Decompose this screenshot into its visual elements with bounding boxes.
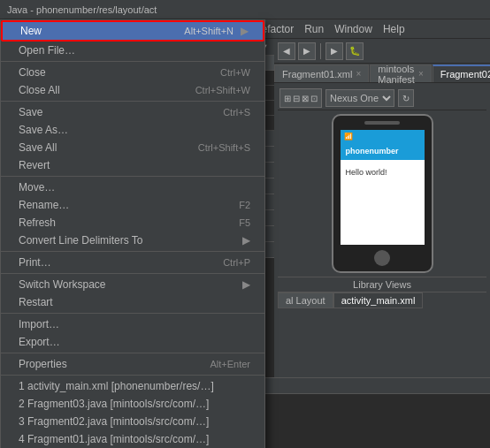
menu-file-revert[interactable]: Revert <box>1 156 264 174</box>
tab-mintools-manifest[interactable]: mintools Manifest × <box>370 65 431 82</box>
separator-6 <box>1 313 264 314</box>
menu-file-close-all[interactable]: Close All Ctrl+Shift+W <box>1 81 264 99</box>
menu-file-import[interactable]: Import… <box>1 315 264 333</box>
menu-file-rename[interactable]: Rename… F2 <box>1 196 264 214</box>
menu-file-print[interactable]: Print… Ctrl+P <box>1 254 264 271</box>
menu-run[interactable]: Run <box>299 19 329 39</box>
nexus-phone: 📶 phonenumber Hello world! <box>332 114 433 273</box>
toolbar-btn-run[interactable]: ▶ <box>325 42 343 60</box>
menu-help[interactable]: Help <box>378 19 410 39</box>
menu-file-export[interactable]: Export… <box>1 333 264 351</box>
device-zoom-controls: ⊞ ⊟ ⊠ ⊡ <box>279 88 322 108</box>
editor-tabs: Fragment01.xml × mintools Manifest × Fra… <box>274 64 490 83</box>
arrow-icon-3: ▶ <box>242 278 250 291</box>
menu-file-recent-4[interactable]: 4 Fragment01.java [mintools/src/com/…] <box>1 430 264 448</box>
layout-tabs: al Layout activity_main.xml <box>278 292 486 308</box>
menu-file-save-all[interactable]: Save All Ctrl+Shift+S <box>1 139 264 156</box>
separator-3 <box>1 176 264 177</box>
toolbar-sep <box>320 43 321 59</box>
library-views-label: Library Views <box>351 277 413 292</box>
toolbar-btn-fwd[interactable]: ▶ <box>298 42 316 60</box>
phone-screen: 📶 phonenumber Hello world! <box>341 130 425 245</box>
arrow-icon-2: ▶ <box>242 234 250 247</box>
tab-close-icon-2[interactable]: × <box>418 69 424 79</box>
menu-file-recent-3[interactable]: 3 Fragment02.java [mintools/src/com/…] <box>1 413 264 430</box>
phone-speaker <box>364 121 400 125</box>
tab-activity-main-xml[interactable]: activity_main.xml <box>333 292 424 308</box>
toolbar-btn-back[interactable]: ◀ <box>278 42 295 60</box>
menu-file-new[interactable]: New Alt+Shift+N ▶ <box>1 20 264 42</box>
phone-app-name: phonenumber <box>346 147 399 156</box>
separator-4 <box>1 251 264 252</box>
phone-status-bar: 📶 <box>341 130 425 142</box>
file-dropdown-menu: New Alt+Shift+N ▶ Open File… Close Ctrl+… <box>0 19 265 448</box>
menu-window[interactable]: Window <box>329 19 378 39</box>
phone-content: Hello world! <box>341 160 425 245</box>
ide-toolbar: ◀ ▶ ▶ 🐛 <box>274 39 490 64</box>
phone-home-btn <box>374 250 390 266</box>
menu-file-save[interactable]: Save Ctrl+S <box>1 103 264 121</box>
menu-file-open[interactable]: Open File… <box>1 42 264 59</box>
menu-file-save-as[interactable]: Save As… <box>1 121 264 139</box>
tab-fragment02-java[interactable]: Fragment02.ja × <box>433 65 490 82</box>
title-bar: Java - phonenumber/res/layout/act <box>0 0 490 19</box>
menu-file-move[interactable]: Move… <box>1 178 264 196</box>
phone-hello-world: Hello world! <box>346 168 387 177</box>
toolbar-btn-debug[interactable]: 🐛 <box>346 42 364 60</box>
menu-file-new-shortcut: Alt+Shift+N <box>184 26 234 36</box>
library-views-bar: Library Views <box>278 277 486 292</box>
menu-file-restart[interactable]: Restart <box>1 293 264 311</box>
separator-2 <box>1 101 264 102</box>
separator-1 <box>1 61 264 62</box>
menu-file-close[interactable]: Close Ctrl+W <box>1 64 264 81</box>
tab-graphical-layout[interactable]: al Layout <box>278 292 333 308</box>
menu-file-refresh[interactable]: Refresh F5 <box>1 214 264 232</box>
menu-file-new-label: New <box>20 25 42 37</box>
menu-file-switch-workspace[interactable]: Switch Workspace ▶ <box>1 276 264 293</box>
separator-8 <box>1 375 264 376</box>
arrow-icon: ▶ <box>241 25 249 37</box>
device-select[interactable]: Nexus One <box>325 89 394 107</box>
tab-fragment01-xml[interactable]: Fragment01.xml × <box>274 65 369 82</box>
menu-file-recent-2[interactable]: 2 Fragment03.java [mintools/src/com/…] <box>1 395 264 413</box>
menu-file-convert-delimiters[interactable]: Convert Line Delimiters To ▶ <box>1 232 264 249</box>
separator-5 <box>1 273 264 274</box>
separator-7 <box>1 353 264 353</box>
menu-file-recent-1[interactable]: 1 activity_main.xml [phonenumber/res/…] <box>1 377 264 395</box>
device-rotate-btn[interactable]: ↻ <box>398 89 414 107</box>
device-toolbar: ⊞ ⊟ ⊠ ⊡ Nexus One ↻ <box>278 87 486 110</box>
menu-file-properties[interactable]: Properties Alt+Enter <box>1 355 264 373</box>
title-text: Java - phonenumber/res/layout/act <box>7 4 157 15</box>
tab-close-icon[interactable]: × <box>356 69 361 79</box>
phone-app-bar: phonenumber <box>341 142 425 160</box>
